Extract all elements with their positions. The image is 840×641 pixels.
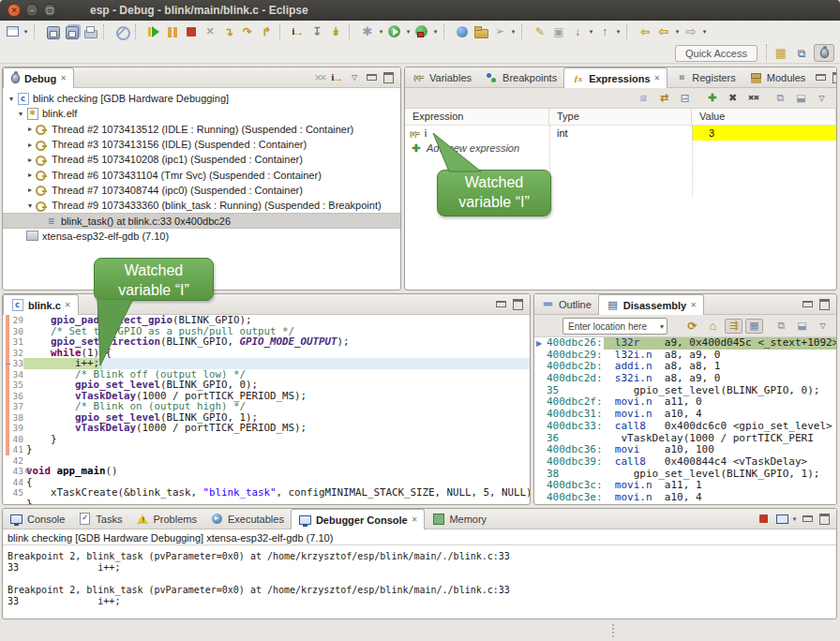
expand-arrow-icon[interactable]: ▸ [25,171,35,179]
tab-breakpoints[interactable]: Breakpoints [478,67,563,87]
back-button[interactable] [654,22,673,41]
dropdown-arrow-icon[interactable]: ▾ [509,28,518,36]
pin-view-button[interactable] [792,91,810,106]
disconnect-button[interactable] [201,22,219,41]
show-type-names-button[interactable] [635,91,652,106]
close-icon[interactable]: ✕ [65,301,71,309]
code-line[interactable]: 45 xTaskCreate(&blink_task, "blink_task"… [3,487,530,499]
location-combo[interactable]: Enter location here [562,318,668,335]
step-filters-button[interactable] [326,22,345,41]
breakpoint-margin[interactable] [3,336,11,348]
instruction-stepping-button[interactable] [329,70,346,85]
column-expression[interactable]: Expression [405,109,549,125]
breakpoint-margin[interactable] [3,326,11,337]
breakpoint-margin[interactable] [3,369,11,380]
expand-arrow-icon[interactable]: ▾ [25,201,35,210]
debug-tree-item[interactable]: ▸Thread #2 1073413512 (IDLE : Running) (… [3,122,400,137]
new-view-button[interactable] [772,319,790,334]
home-button[interactable] [704,319,722,334]
pin-editor-button[interactable] [549,22,568,41]
suspend-button[interactable] [163,22,182,41]
skip-breakpoints-button[interactable] [112,22,131,41]
minimize-button[interactable] [812,70,829,85]
next-annotation-button[interactable] [568,22,587,41]
minimize-button[interactable] [492,297,509,312]
breakpoint-margin[interactable] [3,455,11,467]
step-over-button[interactable] [238,22,257,41]
debug-config-button[interactable] [358,22,377,41]
window-minimize-button[interactable]: – [25,4,38,17]
tab-debug[interactable]: Debug ✕ [3,67,74,88]
view-menu-button[interactable] [813,91,831,106]
breakpoint-margin[interactable] [3,434,11,445]
debug-tree-item[interactable]: xtensa-esp32-elf-gdb (7.10) [3,229,400,244]
code-line[interactable]: 40 } [3,434,530,445]
remove-terminated-button[interactable] [312,70,329,85]
breakpoint-margin[interactable] [3,401,11,412]
dropdown-arrow-icon[interactable]: ▾ [700,28,709,36]
debug-tree-item[interactable]: blink_task() at blink.c:33 0x400dbc26 [3,213,400,228]
cpp-perspective-button[interactable] [791,44,812,62]
maximize-button[interactable] [816,512,832,527]
pin-view-button[interactable] [793,319,811,334]
window-maximize-button[interactable]: ▢ [43,4,56,17]
expand-arrow-icon[interactable]: ▸ [25,186,35,194]
display-console-button[interactable] [773,512,790,527]
tab-tasks[interactable]: Tasks [71,509,128,529]
tab-expressions[interactable]: Expressions✕ [563,67,668,88]
expand-arrow-icon[interactable]: ▸ [25,156,35,164]
open-folder-button[interactable] [472,22,490,41]
disassembly-line[interactable]: 400dbc40: call8 0x400dc6c0 <gpio_set_lev… [534,504,836,505]
remove-expression-button[interactable] [724,91,742,106]
breakpoint-margin[interactable] [3,444,11,455]
tab-executables[interactable]: Executables [203,509,291,529]
dropdown-arrow-icon[interactable]: ▾ [377,28,385,36]
tab-variables[interactable]: Variables [405,67,478,87]
launch-button[interactable] [490,22,509,41]
breakpoint-margin[interactable] [3,412,11,424]
minimize-button[interactable] [799,297,816,312]
tab-modules[interactable]: Modules [742,67,813,87]
minimize-button[interactable] [363,70,380,85]
close-icon[interactable]: ✕ [690,301,697,309]
last-edit-button[interactable] [531,22,549,41]
show-logical-structure-button[interactable] [655,91,673,106]
tab-console[interactable]: Console [3,509,71,529]
code-line[interactable]: } [3,499,530,506]
expand-arrow-icon[interactable]: ▾ [16,110,25,118]
breakpoint-margin[interactable] [3,380,11,391]
console-dropdown-icon[interactable]: ▾ [790,515,799,523]
external-tools-button[interactable] [412,22,431,41]
code-line[interactable]: 41} [3,444,530,455]
dropdown-arrow-icon[interactable]: ▾ [22,28,30,36]
forward-button[interactable] [682,22,700,41]
expand-arrow-icon[interactable]: ▸ [25,125,35,133]
terminate-button[interactable] [757,512,773,527]
dropdown-arrow-icon[interactable]: ▾ [431,28,440,36]
breakpoint-margin[interactable] [3,499,11,506]
show-source-button[interactable] [745,319,763,334]
dropdown-arrow-icon[interactable]: ▾ [614,28,622,36]
breakpoint-margin[interactable] [3,315,11,326]
window-close-button[interactable]: ✕ [8,4,21,17]
console-output[interactable]: Breakpoint 2, blink_task (pvParameter=0x… [3,545,836,607]
terminate-button[interactable] [182,22,201,41]
view-menu-button[interactable] [346,70,363,85]
debug-tree-item[interactable]: ▸Thread #6 1073431104 (Tmr Svc) (Suspend… [3,167,400,182]
debug-tree-item[interactable]: ▾blink.elf [3,106,400,121]
minimize-button[interactable] [799,512,816,527]
close-icon[interactable]: ✕ [654,74,661,82]
new-c-project-button[interactable] [453,22,472,41]
print-button[interactable] [81,22,99,41]
instruction-stepping-button[interactable] [289,22,308,41]
remove-all-expressions-button[interactable] [744,91,762,106]
tab-registers[interactable]: Registers [668,67,742,87]
open-perspective-button[interactable] [771,44,791,62]
step-return-button[interactable] [257,22,276,41]
maximize-button[interactable] [816,297,832,312]
view-menu-button[interactable] [814,319,832,334]
save-button[interactable] [43,22,62,41]
tab-outline[interactable]: Outline [534,294,598,314]
maximize-button[interactable] [509,297,526,312]
save-all-button[interactable] [62,22,81,41]
